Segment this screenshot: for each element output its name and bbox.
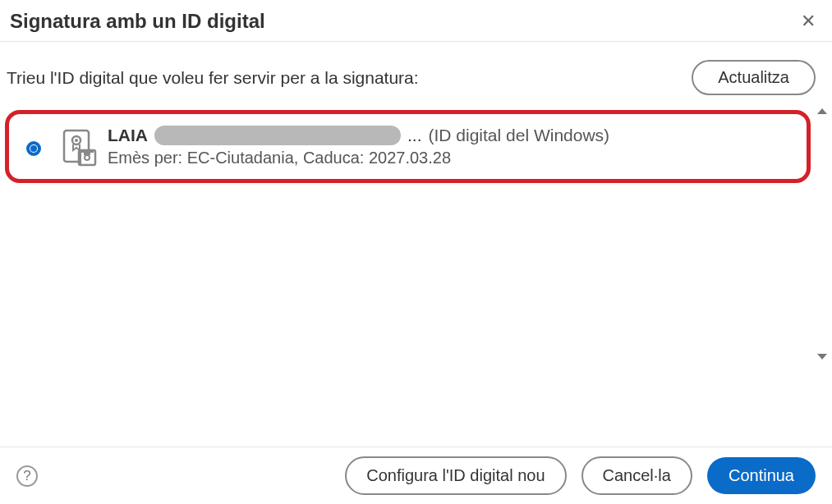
close-icon[interactable]: ✕ [801,12,816,30]
redacted-placeholder [154,126,401,145]
certificate-ellipsis: ... [407,126,422,145]
configure-id-button[interactable]: Configura l'ID digital nou [345,456,566,495]
certificate-source: (ID digital del Windows) [429,126,610,145]
cancel-button[interactable]: Cancel·la [581,456,692,495]
certificate-details: Emès per: EC-Ciutadania, Caduca: 2027.03… [108,149,792,167]
radio-selected[interactable] [26,141,41,156]
certificate-title-line: LAIA ... (ID digital del Windows) [108,126,792,145]
dialog-footer: ? Configura l'ID digital nou Cancel·la C… [0,447,832,504]
scroll-down-icon[interactable] [817,354,827,360]
sub-header: Trieu l'ID digital que voleu fer servir … [0,42,832,95]
instruction-text: Trieu l'ID digital que voleu fer servir … [7,68,419,88]
radio-wrap [17,138,50,156]
help-label: ? [23,468,30,484]
help-icon[interactable]: ? [16,465,38,487]
certificate-list: LAIA ... (ID digital del Windows) Emès p… [0,107,817,361]
scroll-up-icon[interactable] [817,108,827,114]
dialog-header: Signatura amb un ID digital ✕ [0,0,832,42]
scrollbar[interactable] [817,107,832,361]
dialog-title: Signatura amb un ID digital [10,10,265,33]
certificate-list-area: LAIA ... (ID digital del Windows) Emès p… [0,107,832,361]
continue-button[interactable]: Continua [707,457,816,494]
certificate-icon [50,127,108,167]
certificate-name: LAIA [108,126,148,145]
certificate-text: LAIA ... (ID digital del Windows) Emès p… [108,126,792,167]
refresh-button[interactable]: Actualitza [692,60,816,95]
certificate-item[interactable]: LAIA ... (ID digital del Windows) Emès p… [5,110,811,183]
footer-buttons: Configura l'ID digital nou Cancel·la Con… [345,456,816,495]
svg-point-2 [75,139,78,142]
